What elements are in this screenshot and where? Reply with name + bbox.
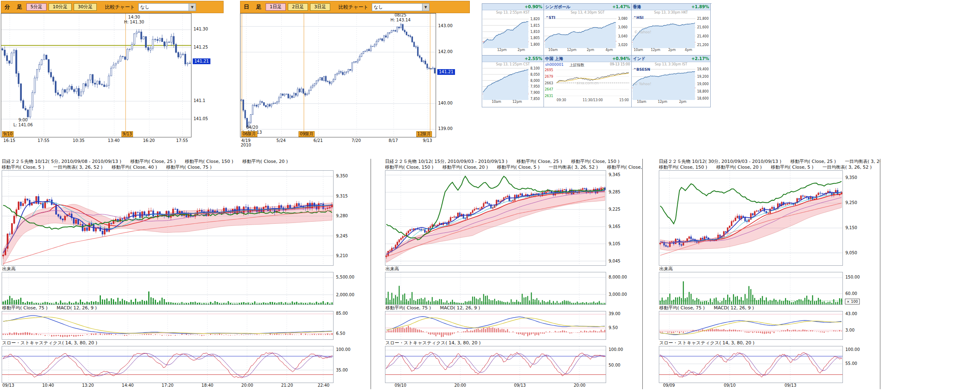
y-axis-label: 1,815 bbox=[530, 24, 540, 28]
time-axis: 09/1310:4013:2014:4017:2018:4020:0021:20… bbox=[2, 383, 334, 390]
y-axis-label: 60.00 bbox=[845, 291, 857, 296]
stochastics-pane-yaxis: 100.0050.00 bbox=[607, 346, 642, 383]
volume-label: 出来高 bbox=[2, 266, 371, 272]
macd-pane-yaxis: 85.006.50 bbox=[335, 311, 370, 340]
volume-pane-row: 5,500.002,000.00 bbox=[2, 272, 371, 305]
market-cell-4[interactable]: 中国 上海+0.94%sh000001上証指数09-13 15:00sina.c… bbox=[544, 56, 632, 107]
x-axis-label: 12pm bbox=[567, 48, 576, 52]
y-axis-label: 85.00 bbox=[336, 311, 348, 316]
chart-timestamp: Sep 13, 3:30pm HKT bbox=[654, 11, 688, 14]
x-axis-label: 18:40 bbox=[201, 383, 213, 388]
minute-chart-yaxis: 141.30141.25141.1141.05141.21 bbox=[192, 13, 223, 137]
y-axis-label: 21,400 bbox=[697, 35, 709, 38]
compare-select[interactable]: なし ▼ bbox=[372, 3, 429, 11]
x-axis-label: 16:20 bbox=[143, 138, 155, 143]
index-name-label: 上証指数 bbox=[569, 63, 584, 68]
x-axis-label: 13:20 bbox=[82, 383, 94, 388]
chart-legend-line-1: 日経２２５先物 10/12( 30分, 2010/09/03 - 2010/09… bbox=[659, 159, 880, 165]
market-chart-body: Sep 13, 3:30pm IST^BSESN© Yahoo!19,40019… bbox=[632, 62, 710, 107]
chart-legend-line-2: 移動平均( Close, 150 ) 移動平均( Close, 20 ) 移動平… bbox=[385, 165, 642, 170]
market-chart-body: Sep 13, 3:30pm HKT^HSI© Yahoo!21,80021,6… bbox=[632, 10, 710, 56]
stochastics-pane-row: 100.0050.00 bbox=[385, 346, 642, 383]
y-axis-label: 9,045 bbox=[609, 259, 621, 263]
y-axis-label: 8,000.00 bbox=[609, 275, 627, 279]
y-axis-label: 7,950 bbox=[530, 85, 540, 88]
market-change-percent: +2.55% bbox=[525, 56, 542, 61]
y-axis-label: 9,245 bbox=[336, 234, 348, 238]
price-pane-row: 9,3509,2509,1509,050 bbox=[659, 170, 880, 266]
period-button-2[interactable]: 30分足 bbox=[74, 3, 97, 11]
price-pane-row: 9,3509,3159,2809,2459,210 bbox=[2, 170, 371, 266]
macd-label: 移動平均( Close, 75 ) MACD( 12, 26, 9 ) bbox=[2, 305, 371, 311]
period-button-1[interactable]: 2日足 bbox=[288, 3, 308, 11]
y-axis-label: 7,850 bbox=[530, 97, 540, 101]
macd-pane-canvas bbox=[2, 311, 333, 339]
market-cell-2[interactable]: 香港+1.89%Sep 13, 3:30pm HKT^HSI© Yahoo!21… bbox=[632, 4, 711, 56]
y-axis-label: 139.00 bbox=[438, 126, 453, 131]
y-axis-label: 8,100 bbox=[530, 67, 540, 70]
y-axis-label: 19,000 bbox=[697, 82, 709, 86]
period-button-2[interactable]: 3日足 bbox=[310, 3, 330, 11]
volume-pane bbox=[659, 272, 843, 305]
y-axis-label: 9,210 bbox=[336, 253, 348, 258]
volume-pane-yaxis: 8,000.003,000.00 bbox=[607, 272, 642, 305]
period-button-1[interactable]: 10分足 bbox=[49, 3, 72, 11]
x-axis-label: 10:35 bbox=[73, 138, 85, 143]
y-axis-label: 19,400 bbox=[697, 67, 709, 71]
compare-select-value: なし bbox=[140, 4, 150, 10]
y-axis-label: 3.00 bbox=[845, 328, 854, 332]
stochastics-pane-canvas bbox=[659, 346, 842, 383]
session-date-badge: 9/13 bbox=[121, 131, 133, 137]
y-axis-label: 9,165 bbox=[609, 224, 621, 229]
y-axis-label: 9,280 bbox=[336, 214, 348, 218]
volume-pane-canvas bbox=[385, 272, 606, 304]
market-name: インド bbox=[633, 56, 646, 62]
y-axis-label: 9,350 bbox=[845, 175, 857, 180]
y-axis-label: 2663 bbox=[545, 81, 553, 85]
daily-chart-plot: 08/25H: 143.1404/20L: 139.1306限月09限月12限月 bbox=[240, 13, 436, 137]
daily-chart-frame: 08/25H: 143.1404/20L: 139.1306限月09限月12限月… bbox=[240, 13, 470, 147]
y-axis-label: 21,800 bbox=[697, 17, 709, 21]
market-cell-header: +2.55% bbox=[482, 56, 544, 62]
market-change-percent: +2.17% bbox=[691, 56, 709, 61]
y-axis-label: 8,000 bbox=[530, 79, 540, 83]
market-name: シンガポール bbox=[545, 4, 570, 10]
chart-legend-line-2: 移動平均( Close, 5 ) 一目均衡表( 3, 26, 52 ) 移動平均… bbox=[2, 165, 371, 170]
period-button-0[interactable]: 5分足 bbox=[26, 3, 47, 11]
y-axis-label: 55.00 bbox=[845, 361, 857, 366]
x-axis-label: 2pm bbox=[668, 48, 676, 52]
sina-watermark: sina.com.cn bbox=[576, 81, 599, 85]
y-axis-label: 150.00 bbox=[845, 275, 860, 279]
y-axis-label: 5,500.00 bbox=[336, 275, 355, 279]
stochastics-pane bbox=[2, 346, 334, 383]
stochastics-pane-row: 100.0035.00 bbox=[2, 346, 371, 383]
x-axis-label: 12pm bbox=[512, 100, 522, 104]
y-axis-label: 3,040 bbox=[618, 35, 628, 38]
chart-timestamp: 09-13 15:00 bbox=[610, 63, 630, 66]
minute-toolbar: 分 足 5分足10分足30分足 比較チャート なし ▼ bbox=[1, 1, 224, 13]
period-button-0[interactable]: 1日足 bbox=[266, 3, 286, 11]
world-markets-panel: +0.90%Sep 13, 2:55pm KST1,8201,8151,8101… bbox=[482, 3, 712, 107]
market-cell-header: シンガポール+1.47% bbox=[544, 4, 631, 10]
mini-chart-xaxis: 10am12pm bbox=[483, 100, 529, 105]
y-axis-label: 2647 bbox=[545, 88, 553, 91]
chevron-down-icon[interactable]: ▼ bbox=[422, 4, 429, 11]
compare-select[interactable]: なし ▼ bbox=[138, 3, 196, 11]
stochastics-pane-row: 100.0055.00 bbox=[659, 346, 880, 383]
x-axis-label: 22:40 bbox=[317, 383, 329, 388]
chart-timestamp: Sep 13, 1:25pm CST bbox=[496, 63, 530, 66]
market-cell-1[interactable]: シンガポール+1.47%Sep 13, 4:30pm SGT^STI3,0803… bbox=[544, 4, 632, 56]
y-axis-label: 9,105 bbox=[609, 241, 621, 246]
market-cell-0[interactable]: +0.90%Sep 13, 2:55pm KST1,8201,8151,8101… bbox=[482, 4, 544, 56]
y-axis-label: 3,020 bbox=[618, 43, 628, 47]
x-axis-label: 09/10 bbox=[724, 383, 736, 388]
session-date-badge: 12限月 bbox=[416, 131, 432, 137]
market-chart-body: Sep 13, 4:30pm SGT^STI3,0803,0603,0403,0… bbox=[544, 10, 631, 56]
market-cell-3[interactable]: +2.55%Sep 13, 1:25pm CST8,1008,0508,0007… bbox=[482, 56, 544, 107]
chevron-down-icon[interactable]: ▼ bbox=[189, 4, 196, 11]
y-axis-label: 140.00 bbox=[438, 101, 453, 105]
y-axis-label: 18,800 bbox=[697, 90, 709, 93]
market-cell-5[interactable]: インド+2.17%Sep 13, 3:30pm IST^BSESN© Yahoo… bbox=[632, 56, 711, 107]
y-axis-label: 43.00 bbox=[845, 311, 857, 316]
macd-pane bbox=[385, 311, 606, 340]
